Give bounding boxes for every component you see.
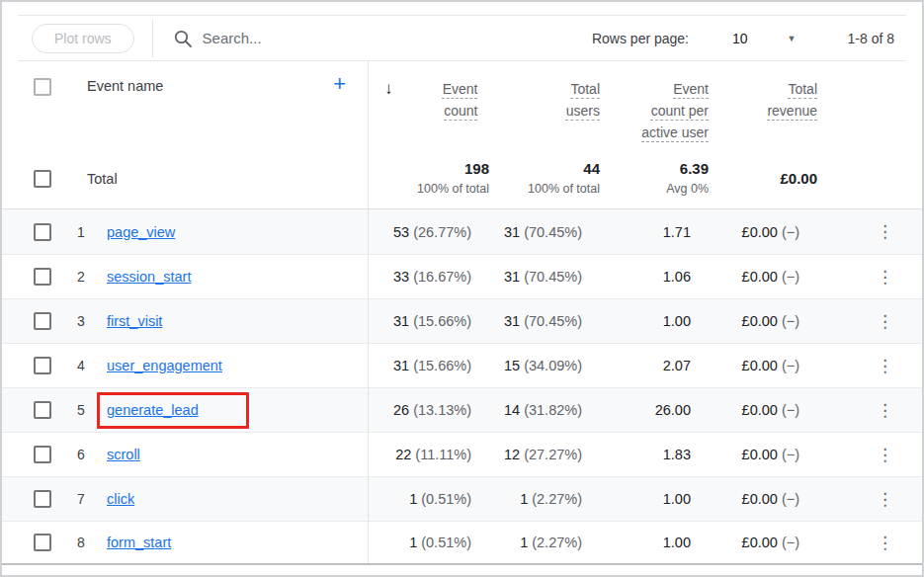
total-count-per-user-sub: Avg 0% — [600, 181, 709, 198]
event-link[interactable]: user_engagement — [107, 358, 222, 373]
row-menu-icon[interactable]: ⋮ — [877, 267, 893, 288]
row-menu-icon[interactable]: ⋮ — [877, 445, 893, 465]
row-number: 8 — [51, 535, 97, 550]
column-header-total-revenue[interactable]: Total revenue — [709, 78, 817, 122]
total-count-per-user: 6.39 — [600, 159, 709, 179]
event-link[interactable]: scroll — [107, 447, 140, 462]
add-dimension-icon[interactable]: + — [333, 73, 346, 95]
row-number: 5 — [51, 402, 97, 418]
row-number: 6 — [51, 447, 97, 462]
row-menu-icon[interactable]: ⋮ — [877, 489, 893, 510]
chevron-down-icon[interactable]: ▼ — [788, 34, 797, 43]
row-menu-icon[interactable]: ⋮ — [877, 400, 893, 421]
row-checkbox[interactable] — [34, 268, 51, 286]
row-number: 4 — [51, 358, 97, 373]
event-link[interactable]: generate_lead — [107, 402, 199, 418]
row-number: 2 — [51, 269, 97, 285]
event-link[interactable]: first_visit — [107, 313, 162, 329]
search-icon — [173, 29, 193, 48]
event-name-header[interactable]: Event name — [87, 78, 163, 94]
totals-row: Total 198 100% of total 44 100% of total… — [2, 148, 922, 209]
event-link[interactable]: page_view — [107, 224, 175, 240]
table-row: 7 click 1(0.51%) 1(2.27%) 1.00 £0.00(−) … — [2, 476, 922, 521]
pagination-range: 1-8 of 8 — [848, 31, 894, 46]
row-number: 1 — [51, 224, 97, 240]
row-checkbox[interactable] — [34, 312, 51, 330]
rows-per-page-value[interactable]: 10 — [732, 31, 748, 46]
event-link[interactable]: session_start — [107, 269, 191, 285]
column-header-event-count[interactable]: Event count — [393, 78, 478, 122]
row-menu-icon[interactable]: ⋮ — [877, 356, 893, 376]
table-header-row: Event name + ↓ Event count Total users E… — [2, 61, 922, 148]
row-menu-icon[interactable]: ⋮ — [877, 221, 893, 242]
toolbar-divider — [152, 20, 153, 57]
total-users: 44 — [489, 159, 600, 179]
table-row: 8 form_start 1(0.51%) 1(2.27%) 1.00 £0.0… — [2, 521, 922, 565]
event-link[interactable]: form_start — [107, 535, 171, 550]
row-checkbox[interactable] — [34, 490, 51, 508]
table-toolbar: Plot rows Rows per page: 10 ▼ 1-8 of 8 — [18, 15, 906, 61]
totals-label: Total — [87, 171, 118, 187]
table-row: 6 scroll 22(11.11%) 12(27.27%) 1.83 £0.0… — [2, 432, 922, 476]
table-row-annotated: 5 generate_lead 26(13.13%) 14(31.82%) 26… — [2, 387, 922, 432]
table-row: 1 page_view 53(26.77%) 31(70.45%) 1.71 £… — [2, 209, 922, 254]
totals-checkbox[interactable] — [34, 170, 51, 188]
search-box[interactable] — [173, 29, 592, 48]
analytics-events-table: Plot rows Rows per page: 10 ▼ 1-8 of 8 E… — [0, 0, 924, 577]
row-checkbox[interactable] — [34, 446, 51, 463]
total-event-count: 198 — [404, 159, 489, 179]
search-input[interactable] — [203, 30, 420, 46]
table-row: 2 session_start 33(16.67%) 31(70.45%) 1.… — [2, 254, 922, 298]
row-number: 7 — [51, 491, 97, 507]
annotation-highlight-box: generate_lead — [97, 392, 249, 429]
row-checkbox[interactable] — [34, 223, 51, 241]
sort-descending-icon[interactable]: ↓ — [384, 79, 393, 122]
column-header-total-users[interactable]: Total users — [489, 78, 600, 122]
row-checkbox[interactable] — [34, 401, 51, 419]
total-revenue: £0.00 — [709, 169, 817, 189]
column-header-count-per-active-user[interactable]: Event count per active user — [600, 78, 709, 143]
total-users-sub: 100% of total — [489, 181, 600, 198]
row-checkbox[interactable] — [34, 534, 51, 551]
event-link[interactable]: click — [107, 491, 134, 507]
select-all-checkbox[interactable] — [34, 78, 51, 96]
row-menu-icon[interactable]: ⋮ — [877, 533, 893, 553]
row-checkbox[interactable] — [34, 357, 51, 374]
row-menu-icon[interactable]: ⋮ — [877, 311, 893, 332]
plot-rows-button[interactable]: Plot rows — [32, 24, 134, 53]
row-number: 3 — [51, 313, 97, 329]
total-event-count-sub: 100% of total — [404, 181, 489, 198]
table-row: 3 first_visit 31(15.66%) 31(70.45%) 1.00… — [2, 298, 922, 343]
table-row: 4 user_engagement 31(15.66%) 15(34.09%) … — [2, 343, 922, 387]
rows-per-page-label: Rows per page: — [592, 31, 689, 46]
